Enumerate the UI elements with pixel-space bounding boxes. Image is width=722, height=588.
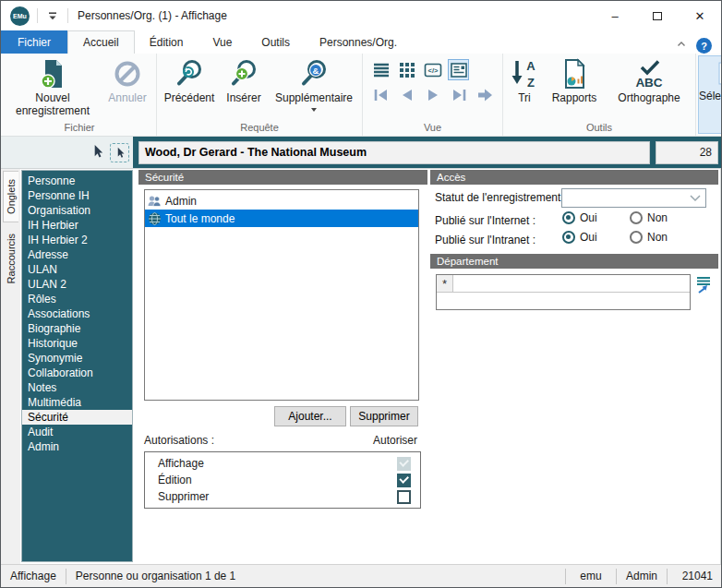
insert-button[interactable]: Insérer — [220, 55, 268, 105]
status-user: Admin — [617, 569, 667, 584]
tab-personnes-org[interactable]: Personnes/Org. — [305, 30, 412, 54]
select-icon — [718, 62, 722, 85]
security-group-row-admin[interactable]: Admin — [145, 192, 418, 210]
previous-search-button[interactable]: Précédent — [159, 55, 220, 105]
status-mode: Affichage — [1, 569, 66, 584]
sort-button[interactable]: A Z Tri — [505, 55, 544, 105]
dropdown-caret-icon — [311, 108, 317, 112]
tab-accueil[interactable]: Accueil — [67, 30, 135, 54]
main-area: Onglets Raccourcis Personne Personne IH … — [1, 168, 721, 564]
delete-group-button[interactable]: Supprimer — [350, 406, 418, 426]
code-view-button[interactable]: </> — [422, 59, 443, 80]
tab-vue[interactable]: Vue — [198, 30, 247, 54]
sort-icon: A Z — [509, 58, 540, 90]
sidebar-item-roles[interactable]: Rôles — [22, 292, 132, 306]
internet-non-label: Non — [647, 211, 668, 224]
ribbon-tab-row: Fichier Accueil Édition Vue Outils Perso… — [1, 30, 721, 54]
sidebar-item-notes[interactable]: Notes — [22, 380, 132, 395]
tab-outils[interactable]: Outils — [247, 30, 305, 54]
help-button[interactable]: ? — [696, 38, 712, 54]
side-tab-onglets[interactable]: Onglets — [3, 171, 18, 222]
record-status-combobox[interactable] — [561, 188, 706, 208]
security-group-name: Tout le monde — [165, 212, 235, 225]
intranet-oui-radio[interactable] — [562, 231, 575, 244]
permission-row-affichage: Affichage — [158, 455, 411, 472]
side-tab-raccourcis[interactable]: Raccourcis — [4, 226, 18, 291]
intranet-oui-label: Oui — [580, 231, 597, 244]
group-label-requete: Requête — [159, 121, 360, 136]
security-group-list[interactable]: Admin Tout le monde — [144, 189, 419, 401]
sidebar-item-admin[interactable]: Admin — [22, 439, 132, 454]
minimize-button[interactable]: – — [594, 1, 636, 30]
sidebar-item-securite[interactable]: Sécurité — [22, 410, 132, 425]
close-button[interactable]: ✕ — [679, 1, 721, 30]
sidebar-item-ulan[interactable]: ULAN — [22, 262, 132, 277]
additional-search-button[interactable]: & Supplémentaire — [268, 55, 360, 112]
affichage-checkbox[interactable] — [397, 457, 411, 471]
sidebar-item-synonymie[interactable]: Synonymie — [22, 351, 132, 366]
edition-checkbox[interactable] — [397, 474, 411, 487]
insert-icon — [228, 58, 259, 90]
intranet-non-radio[interactable] — [630, 231, 643, 244]
record-status-label: Statut de l'enregistrement : — [435, 191, 567, 204]
intranet-non-label: Non — [647, 231, 668, 244]
internet-oui-radio[interactable] — [562, 211, 575, 224]
sidebar-item-collaboration[interactable]: Collaboration — [22, 366, 132, 380]
cancel-button[interactable]: Annuler — [101, 55, 154, 105]
pointer-cursor-icon[interactable] — [90, 143, 104, 162]
select-cursor-icon — [114, 146, 126, 159]
sidebar-item-associations[interactable]: Associations — [22, 306, 132, 321]
status-record-info: Personne ou organisation 1 de 1 — [66, 569, 565, 584]
reports-button[interactable]: Rapports — [544, 55, 605, 105]
lookup-list-icon[interactable] — [695, 275, 712, 294]
previous-record-button[interactable] — [396, 84, 417, 105]
details-view-button[interactable] — [448, 59, 469, 80]
new-row-marker[interactable]: * — [437, 275, 453, 292]
goto-record-button[interactable] — [474, 84, 495, 105]
divider — [67, 8, 68, 23]
sidebar-item-ih-herbier-2[interactable]: IH Herbier 2 — [22, 233, 132, 247]
sidebar-item-organisation[interactable]: Organisation — [22, 203, 132, 218]
last-record-button[interactable] — [448, 84, 469, 105]
department-panel-header: Département — [430, 254, 718, 269]
security-group-row-everyone[interactable]: Tout le monde — [145, 210, 418, 227]
new-record-icon — [37, 58, 68, 90]
sidebar-item-ih-herbier[interactable]: IH Herbier — [22, 218, 132, 233]
tab-edition[interactable]: Édition — [135, 30, 199, 54]
tab-content: Sécurité Admin Tout le — [133, 169, 721, 564]
svg-text:Z: Z — [527, 76, 535, 90]
new-record-button[interactable]: Nouvel enregistrement — [5, 55, 101, 118]
ribbon-group-requete: Précédent Insérer — [157, 54, 363, 136]
select-mode-button[interactable] — [110, 143, 129, 162]
sidebar-item-ulan-2[interactable]: ULAN 2 — [22, 277, 132, 292]
supprimer-checkbox[interactable] — [397, 490, 411, 504]
previous-label: Précédent — [164, 92, 215, 105]
sidebar-item-personne[interactable]: Personne — [22, 174, 132, 188]
sidebar-item-personne-ih[interactable]: Personne IH — [22, 188, 132, 203]
sidebar-item-biographie[interactable]: Biographie — [22, 321, 132, 336]
quick-access-dropdown-icon[interactable] — [45, 6, 60, 25]
record-bar: Wood, Dr Gerard - The National Museum 28 — [1, 137, 721, 168]
group-label-outils: Outils — [505, 121, 693, 136]
svg-text:A: A — [526, 59, 535, 73]
next-record-button[interactable] — [422, 84, 443, 105]
maximize-button[interactable] — [636, 1, 679, 30]
next-record-icon — [424, 87, 442, 103]
sidebar-item-historique[interactable]: Historique — [22, 336, 132, 351]
spelling-button[interactable]: ABC Orthographe — [605, 55, 693, 105]
sidebar-item-audit[interactable]: Audit — [22, 425, 132, 439]
list-view-button[interactable] — [370, 59, 391, 80]
internet-non-radio[interactable] — [630, 211, 643, 224]
add-group-button[interactable]: Ajouter... — [274, 406, 346, 426]
users-icon — [147, 194, 162, 209]
details-view-icon — [450, 61, 468, 79]
previous-record-icon — [398, 87, 416, 103]
sidebar-item-multimedia[interactable]: Multimédia — [22, 395, 132, 410]
select-button[interactable]: Sélectionner — [698, 55, 722, 134]
collapse-ribbon-icon[interactable] — [676, 39, 687, 53]
sidebar-item-adresse[interactable]: Adresse — [22, 247, 132, 262]
tab-fichier[interactable]: Fichier — [1, 30, 67, 54]
department-input[interactable] — [453, 275, 690, 292]
grid-view-button[interactable] — [396, 59, 417, 80]
first-record-button[interactable] — [370, 84, 391, 105]
